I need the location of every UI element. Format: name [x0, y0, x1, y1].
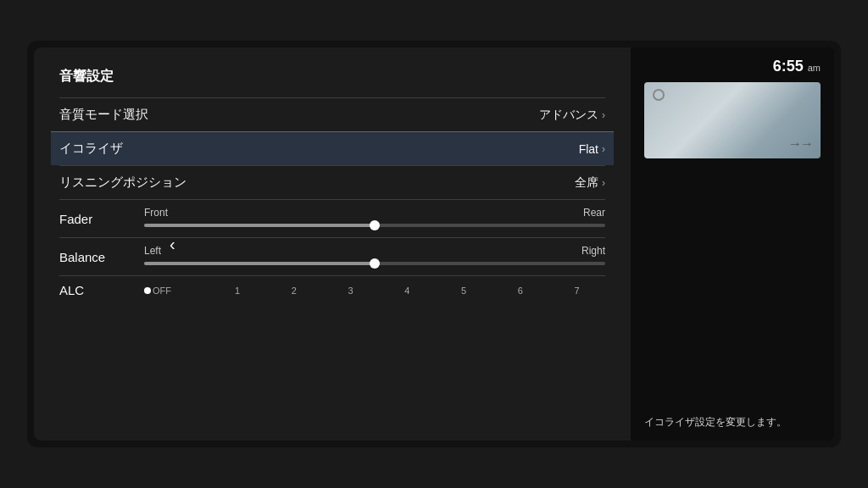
alc-row: ALC OFF 1 2 3 4 5 6 7 — [59, 275, 605, 304]
alc-markers: OFF 1 2 3 4 5 6 7 — [144, 286, 605, 296]
fader-rear-label: Rear — [583, 207, 605, 219]
sound-mode-chevron: › — [602, 109, 605, 121]
sound-mode-label: 音質モード選択 — [59, 107, 148, 123]
alc-marker-6[interactable]: 6 — [492, 286, 549, 296]
fader-label: Fader — [59, 212, 136, 226]
alc-marker-off[interactable]: OFF — [153, 286, 209, 296]
alc-dot — [144, 287, 151, 294]
map-preview: →→ — [644, 82, 821, 158]
page-title: 音響設定 — [59, 68, 605, 86]
listening-position-label: リスニングポジション — [59, 175, 186, 191]
alc-marker-7[interactable]: 7 — [548, 286, 605, 296]
equalizer-chevron: › — [602, 143, 605, 155]
fader-endpoints: Front Rear — [144, 207, 605, 219]
balance-fill — [144, 262, 375, 265]
balance-right-label: Right — [581, 245, 605, 257]
time-display: 6:55 am — [644, 58, 821, 75]
time-value: 6:55 — [773, 58, 804, 75]
listening-position-value: 全席 › — [575, 175, 605, 191]
alc-marker-5[interactable]: 5 — [436, 286, 492, 296]
fader-track[interactable] — [144, 224, 605, 227]
fader-fill — [144, 224, 375, 227]
fader-row: Fader Front Rear — [59, 199, 605, 237]
fader-front-label: Front — [144, 207, 168, 219]
balance-row: Balance Left Right — [59, 237, 605, 275]
sound-mode-item[interactable]: 音質モード選択 アドバンス › — [59, 97, 605, 131]
sound-mode-value: アドバンス › — [539, 108, 605, 123]
balance-slider-container: Left Right — [144, 245, 605, 269]
equalizer-item[interactable]: イコライザ Flat › — [51, 131, 614, 165]
balance-left-label: Left — [144, 245, 161, 257]
right-panel-info: イコライザ設定を変更します。 — [644, 414, 821, 430]
balance-endpoints: Left Right — [144, 245, 605, 257]
fader-thumb[interactable] — [370, 220, 380, 230]
fader-slider-container: Front Rear — [144, 207, 605, 230]
time-ampm: am — [808, 63, 821, 73]
equalizer-value: Flat › — [579, 142, 605, 156]
right-panel: 6:55 am →→ イコライザ設定を変更します。 — [631, 47, 834, 441]
alc-marker-3[interactable]: 3 — [322, 286, 379, 296]
balance-thumb[interactable] — [370, 258, 380, 269]
screen: ‹ 音響設定 音質モード選択 アドバンス › イコライザ Flat › — [34, 47, 834, 441]
equalizer-label: イコライザ — [59, 141, 123, 157]
alc-marker-2[interactable]: 2 — [266, 286, 323, 296]
map-circle-icon — [653, 89, 665, 101]
map-arrow-icon: →→ — [788, 136, 812, 152]
main-content: 音響設定 音質モード選択 アドバンス › イコライザ Flat › リスニングポ… — [34, 47, 631, 441]
alc-marker-1[interactable]: 1 — [209, 286, 266, 296]
balance-track[interactable] — [144, 262, 605, 265]
balance-label: Balance — [59, 250, 136, 264]
alc-marker-4[interactable]: 4 — [379, 286, 436, 296]
left-nav-arrow[interactable]: ‹ — [170, 235, 175, 254]
listening-position-chevron: › — [602, 177, 605, 189]
listening-position-item[interactable]: リスニングポジション 全席 › — [59, 165, 605, 199]
outer-bezel: ‹ 音響設定 音質モード選択 アドバンス › イコライザ Flat › — [27, 41, 841, 447]
alc-label: ALC — [59, 283, 136, 297]
